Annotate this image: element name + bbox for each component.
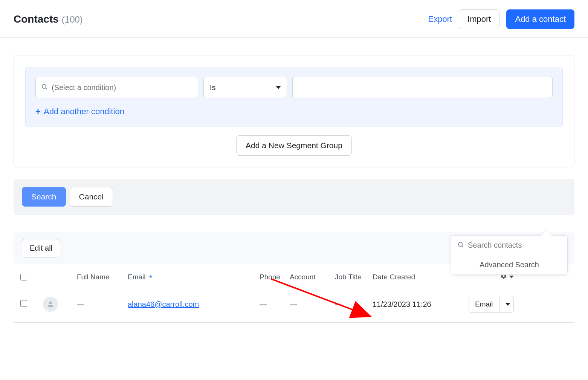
segment-group: Is + Add another condition bbox=[25, 67, 563, 127]
cell-email[interactable]: alana46@carroll.com bbox=[128, 300, 199, 308]
cell-job-title: — bbox=[335, 300, 373, 309]
segment-panel: Is + Add another condition Add a New Seg… bbox=[14, 55, 574, 167]
advanced-search-button[interactable]: Advanced Search bbox=[451, 255, 567, 274]
svg-line-1 bbox=[46, 88, 47, 89]
svg-point-0 bbox=[42, 84, 46, 89]
condition-field-input[interactable] bbox=[52, 83, 192, 92]
caret-down-icon bbox=[276, 86, 281, 89]
search-contacts-input[interactable] bbox=[468, 241, 563, 250]
search-popover: Advanced Search bbox=[451, 235, 568, 275]
condition-operator-select[interactable]: Is bbox=[203, 77, 287, 98]
search-icon bbox=[41, 83, 48, 92]
cell-account: — bbox=[290, 300, 335, 309]
avatar bbox=[43, 297, 58, 312]
add-segment-group-button[interactable]: Add a New Segment Group bbox=[236, 135, 352, 156]
add-contact-button[interactable]: Add a contact bbox=[506, 9, 574, 29]
col-email-label: Email bbox=[128, 273, 146, 281]
table-row: — alana46@carroll.com — — — 11/23/2023 1… bbox=[14, 286, 574, 323]
col-account[interactable]: Account bbox=[290, 273, 335, 281]
search-icon bbox=[457, 241, 464, 250]
search-button[interactable]: Search bbox=[22, 187, 66, 207]
row-checkbox[interactable] bbox=[20, 300, 27, 307]
contacts-table: Full Name Email Phone Account Job Title … bbox=[14, 268, 574, 323]
cell-phone: — bbox=[260, 300, 290, 309]
col-phone[interactable]: Phone bbox=[260, 273, 290, 281]
sort-asc-icon bbox=[148, 273, 153, 281]
col-job-title[interactable]: Job Title bbox=[335, 273, 373, 281]
page-title: Contacts bbox=[14, 13, 59, 25]
plus-icon: + bbox=[35, 106, 41, 117]
search-action-bar: Search Cancel bbox=[14, 179, 574, 215]
caret-down-icon[interactable] bbox=[509, 276, 514, 278]
svg-line-3 bbox=[462, 246, 463, 247]
page-count: (100) bbox=[62, 14, 83, 25]
condition-value-input[interactable] bbox=[292, 77, 553, 98]
col-full-name[interactable]: Full Name bbox=[77, 273, 128, 281]
add-condition-button[interactable]: + Add another condition bbox=[35, 106, 553, 117]
condition-operator-value: Is bbox=[210, 83, 216, 92]
row-email-button[interactable]: Email bbox=[469, 296, 499, 312]
edit-all-button[interactable]: Edit all bbox=[22, 239, 60, 257]
list-toolbar: Edit all Advanced Search bbox=[14, 232, 574, 264]
col-email[interactable]: Email bbox=[128, 273, 260, 281]
svg-point-2 bbox=[458, 242, 463, 247]
add-condition-label: Add another condition bbox=[44, 107, 124, 116]
export-button[interactable]: Export bbox=[428, 14, 452, 24]
cancel-button[interactable]: Cancel bbox=[70, 187, 113, 207]
cell-date-created: 11/23/2023 11:26 bbox=[373, 300, 469, 309]
caret-down-icon bbox=[506, 303, 510, 306]
page-header: Contacts (100) Export Import Add a conta… bbox=[0, 0, 588, 38]
import-button[interactable]: Import bbox=[459, 9, 499, 29]
row-action-split-button: Email bbox=[469, 296, 514, 313]
select-all-checkbox[interactable] bbox=[20, 274, 27, 280]
cell-full-name: — bbox=[77, 300, 128, 309]
condition-field-select[interactable] bbox=[35, 77, 198, 98]
row-action-dropdown[interactable] bbox=[499, 296, 514, 312]
